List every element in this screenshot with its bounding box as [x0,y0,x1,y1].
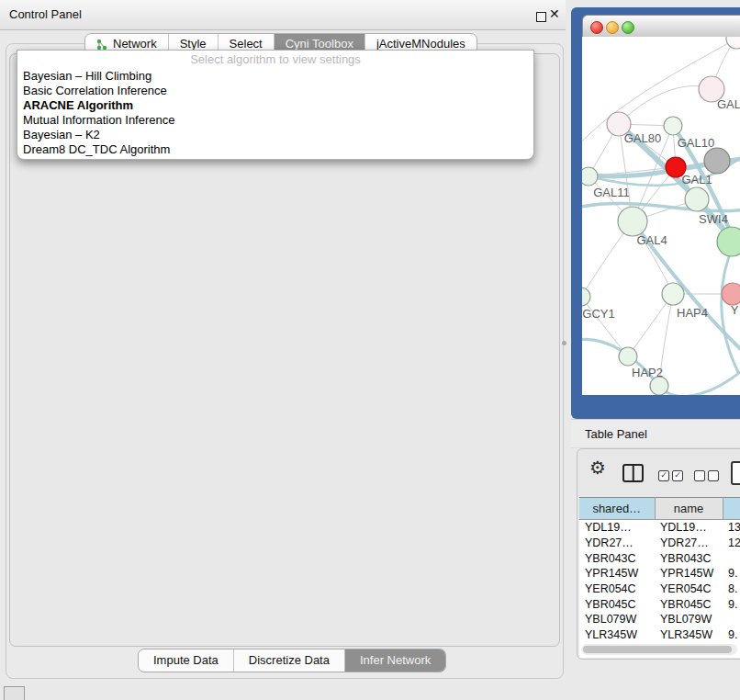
table-cell: YBR043C [655,550,723,566]
table-cell [723,612,740,627]
table-row[interactable]: YBR045CYBR045C9. [579,596,740,612]
network-node-label: GAL [717,97,740,111]
network-edge [582,297,628,356]
algorithm-option[interactable]: Dream8 DC_TDC Algorithm [17,142,533,157]
column-header-partial[interactable] [723,498,740,520]
algorithm-dropdown-placeholder: Select algorithm to view settings [17,51,533,69]
algorithm-option[interactable]: Bayesian – K2 [17,128,533,142]
table-row[interactable]: YDL19…YDL19…13 [579,520,740,536]
deselect-all-columns-icon[interactable] [694,470,719,481]
network-node[interactable] [664,117,682,135]
table-panel-titlebar: Table Panel [571,419,740,448]
network-node[interactable] [704,148,730,174]
network-node-label: GAL4 [636,233,667,247]
network-canvas[interactable]: GALGAL80GAL10GAL1GAL11SWI4GAL4GCY1HAP4YH… [582,37,740,395]
network-node[interactable] [722,283,740,305]
network-canvas-svg: GALGAL80GAL10GAL1GAL11SWI4GAL4GCY1HAP4YH… [582,37,740,395]
network-node[interactable] [662,283,684,305]
column-layout-icon[interactable] [622,464,644,482]
table-row[interactable]: YDR27…YDR27…12 [579,536,740,551]
table-row[interactable]: YBR043CYBR043C [579,550,740,566]
close-window-icon[interactable] [590,21,603,34]
table-cell: 8. [723,581,740,597]
select-all-columns-icon[interactable]: ✓✓ [658,470,683,481]
table-cell: YBR045C [655,596,723,612]
table-cell: YPR145W [579,566,655,581]
table-cell [723,550,740,566]
splitter-handle[interactable] [562,341,566,345]
network-edge [619,86,712,124]
network-node-label: GAL1 [681,173,712,186]
table-cell: 9. [723,566,740,581]
network-node-label: HAP4 [677,306,708,320]
table-panel-body: ⚙ ✓✓ shared… name YDL19…YDL19… [577,448,740,660]
zoom-window-icon[interactable] [622,21,634,34]
table-cell: 9. [723,627,740,643]
network-node[interactable] [650,377,668,395]
table-cell: YPR145W [655,566,723,581]
network-node-label: SWI4 [699,212,728,226]
close-icon[interactable]: ✕ [549,6,560,21]
table-cell: YER054C [655,581,723,597]
collapsed-panel-button[interactable] [4,686,25,700]
table-cell: YDL19… [655,520,723,536]
tab-discretize-data[interactable]: Discretize Data [234,649,345,672]
network-node[interactable] [582,288,590,306]
node-table: shared… name YDL19…YDL19…13YDR27…YDR27…1… [579,497,740,658]
table-cell: YBL079W [579,612,655,627]
app-root: Control Panel ✕ Network Style Select Cyn… [0,0,740,700]
table-cell: YER054C [579,581,655,597]
table-cell: 12 [723,536,740,551]
control-panel-title: Control Panel [9,7,82,21]
algorithm-option[interactable]: ARACNE Algorithm [17,98,533,113]
network-tab-icon [96,39,108,51]
algorithm-dropdown-list: Bayesian – Hill ClimbingBasic Correlatio… [17,69,533,157]
algorithm-dropdown-popup: Select algorithm to view settings Bayesi… [17,50,534,160]
network-node[interactable] [685,187,709,211]
float-window-icon[interactable] [536,12,546,22]
table-cell: YDL19… [579,520,655,536]
table-hscrollbar-thumb[interactable] [583,646,732,653]
node-table-body: YDL19…YDL19…13YDR27…YDR27…12YBR043CYBR04… [579,520,740,659]
network-node[interactable] [619,347,637,366]
control-panel-titlebar: Control Panel ✕ [0,0,566,30]
table-row[interactable]: YBL079WYBL079W [579,612,740,627]
table-row[interactable]: YER054CYER054C8. [579,581,740,597]
table-cell: YLR345W [579,627,655,643]
network-node-label: GAL80 [624,131,661,145]
network-node[interactable] [618,207,647,236]
tab-impute-data[interactable]: Impute Data [139,649,234,672]
network-window-titlebar [582,15,740,39]
table-cell: YLR345W [655,627,723,643]
table-cell: YBR045C [579,596,655,612]
network-node-label: HAP2 [632,366,663,379]
new-column-icon[interactable] [731,461,740,485]
table-horizontal-scrollbar[interactable] [581,644,737,655]
column-header-name[interactable]: name [655,498,723,520]
network-node-label: Y [731,303,739,317]
network-node-label: GAL11 [593,186,630,199]
table-cell: YBL079W [655,612,723,627]
table-row[interactable]: YPR145WYPR145W9. [579,566,740,581]
settings-gear-icon[interactable]: ⚙ [589,457,606,479]
network-node[interactable] [726,37,740,49]
network-node[interactable] [717,227,740,256]
algorithm-option[interactable]: Bayesian – Hill Climbing [17,69,533,84]
table-toolbar: ⚙ ✓✓ [577,449,740,495]
table-row[interactable]: YLR345WYLR345W9. [579,627,740,643]
minimize-window-icon[interactable] [606,21,619,34]
table-cell: YBR043C [579,550,655,566]
algorithm-option[interactable]: Mutual Information Inference [17,113,533,128]
table-cell: 13 [723,520,740,536]
column-header-shared-name[interactable]: shared… [579,498,655,520]
table-cell: YDR27… [579,536,655,551]
network-node-label: GCY1 [582,307,614,321]
algorithm-option[interactable]: Basic Correlation Inference [17,84,533,98]
network-node[interactable] [582,167,598,186]
table-panel-title: Table Panel [585,427,647,441]
table-cell: YDR27… [655,536,723,551]
network-node-label: GAL10 [678,136,714,150]
cyni-bottom-tabs: Impute Data Discretize Data Infer Networ… [138,649,446,672]
table-cell: 9. [723,596,740,612]
tab-infer-network[interactable]: Infer Network [345,649,445,672]
